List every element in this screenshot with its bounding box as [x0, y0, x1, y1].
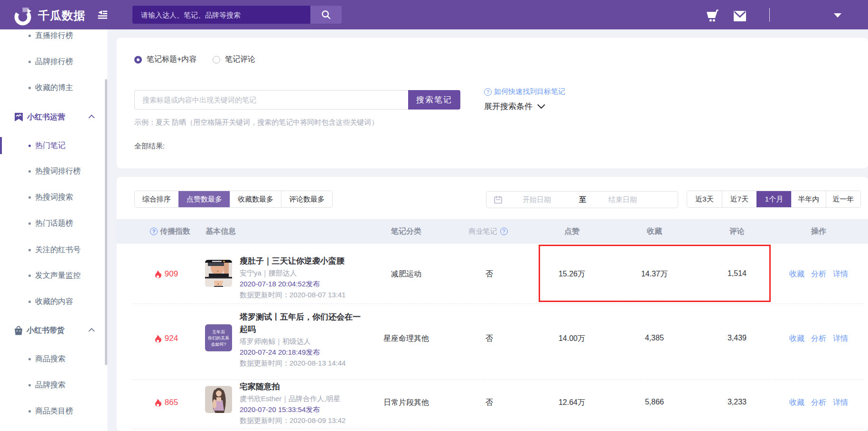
sidebar-item-followed-accounts[interactable]: 关注的红书号 [0, 240, 107, 259]
col-commercial: 商业笔记 ? [463, 219, 515, 244]
note-author[interactable]: 虞书欣Esther｜品牌合作人,明星 [240, 394, 368, 403]
user-menu-caret-icon[interactable] [834, 13, 841, 18]
sidebar-item-favorite-bloggers[interactable]: 收藏的博主 [0, 78, 107, 97]
chevron-up-icon [88, 114, 95, 119]
shopping-bag-icon [14, 326, 23, 335]
sidebar-item-hot-topics[interactable]: 热门话题榜 [0, 214, 107, 233]
top-header: 千瓜数据 [0, 0, 868, 29]
note-commercial: 否 [463, 334, 515, 344]
sidebar-item-favorite-content[interactable]: 收藏的内容 [0, 292, 107, 311]
date-separator: 至 [579, 195, 586, 204]
spread-index: 865 [145, 398, 188, 407]
sidebar-item-product-category-ranking[interactable]: 商品类目榜 [0, 402, 107, 421]
question-circle-icon[interactable]: ? [500, 228, 508, 235]
spread-index: 924 [145, 334, 188, 343]
radio-note-title-content[interactable] [134, 56, 142, 64]
help-link[interactable]: ? 如何快速找到目标笔记 [484, 87, 565, 96]
bullet-icon [28, 196, 31, 199]
note-published: 2020-07-24 20:18:49发布 [240, 348, 368, 357]
col-basic-info: 基本信息 [205, 219, 236, 244]
action-analyze[interactable]: 分析 [811, 398, 826, 408]
mail-icon[interactable] [734, 11, 746, 21]
action-analyze[interactable]: 分析 [811, 269, 826, 279]
time-tab-7days[interactable]: 近7天 [722, 191, 756, 207]
chart-bookmark-icon [14, 112, 23, 122]
action-collect[interactable]: 收藏 [789, 398, 804, 408]
note-thumbnail[interactable] [205, 260, 232, 287]
end-date-input[interactable]: 结束日期 [608, 195, 637, 204]
brand-title: 千瓜数据 [38, 8, 85, 23]
svg-text:五年后: 五年后 [212, 330, 225, 334]
keyword-search-input[interactable] [134, 90, 408, 110]
action-detail[interactable]: 详情 [833, 334, 848, 344]
bullet-icon [28, 275, 31, 277]
expand-search-conditions[interactable]: 展开搜索条件 [484, 101, 545, 112]
sort-tab-most-collects[interactable]: 收藏数最多 [230, 191, 281, 207]
question-circle-icon[interactable]: ? [150, 228, 158, 235]
note-author[interactable]: 安宁ya｜腰部达人 [240, 269, 368, 278]
sidebar-item-hot-words-ranking[interactable]: 热搜词排行榜 [0, 162, 107, 181]
sort-tab-most-comments[interactable]: 评论数最多 [281, 191, 332, 207]
note-title[interactable]: 瘦肚子｜三天让你逆袭小蛮腰 [240, 255, 368, 267]
action-analyze[interactable]: 分析 [811, 334, 826, 344]
spread-index: 909 [145, 269, 188, 279]
note-thumbnail[interactable] [205, 386, 232, 413]
action-detail[interactable]: 详情 [833, 398, 848, 408]
col-comments: 评论 [699, 219, 775, 244]
sort-tabs: 综合排序 点赞数最多 收藏数最多 评论数最多 [134, 191, 333, 208]
header-divider [769, 8, 770, 22]
bullet-icon [28, 358, 31, 360]
note-thumbnail[interactable]: 五年后 你们的关系 会如何? [205, 324, 232, 351]
global-search-button[interactable] [310, 6, 342, 24]
sidebar-scrollbar[interactable] [105, 79, 107, 365]
sort-tab-comprehensive[interactable]: 综合排序 [135, 191, 178, 207]
note-updated: 数据更新时间：2020-08-13 14:44 [240, 359, 368, 368]
bullet-icon [28, 222, 31, 225]
brand[interactable]: 千瓜数据 [13, 6, 85, 26]
note-author[interactable]: 塔罗师南鲸｜初级达人 [240, 337, 368, 346]
bullet-icon [28, 87, 31, 89]
sort-tab-most-likes[interactable]: 点赞数最多 [178, 191, 230, 207]
time-tab-1year[interactable]: 近一年 [826, 191, 860, 207]
sidebar-item-post-volume-monitor[interactable]: 发文声量监控 [0, 266, 107, 285]
action-collect[interactable]: 收藏 [789, 334, 804, 344]
start-date-input[interactable]: 开始日期 [523, 195, 551, 204]
time-tab-3days[interactable]: 近3天 [687, 191, 722, 207]
cart-icon[interactable] [706, 9, 720, 22]
note-title[interactable]: 塔罗测试丨五年后，你们还会在一起吗 [240, 311, 368, 336]
row-separator [132, 429, 864, 429]
row-actions: 收藏 分析 详情 [781, 334, 857, 344]
action-detail[interactable]: 详情 [833, 269, 848, 279]
sidebar-item-brand-search[interactable]: 品牌搜索 [0, 376, 107, 394]
sidebar-item-product-search[interactable]: 商品搜索 [0, 349, 107, 368]
global-search-input[interactable] [132, 6, 310, 24]
sidebar-item-brand-ranking[interactable]: 品牌排行榜 [0, 52, 107, 71]
time-filter-tabs: 近3天 近7天 1个月 半年内 近一年 [687, 191, 861, 208]
sidebar-item-hot-words-search[interactable]: 热搜词搜索 [0, 188, 107, 207]
note-comments: 3,233 [699, 398, 775, 406]
sidebar-group-xhs-operation[interactable]: 小红书运营 [0, 108, 107, 127]
svg-text:会如何?: 会如何? [211, 342, 226, 347]
sidebar-group-xhs-ecommerce[interactable]: 小红书带货 [0, 321, 107, 340]
menu-fold-icon[interactable] [98, 10, 107, 19]
note-collects: 14.37万 [616, 269, 692, 279]
note-likes: 12.64万 [534, 398, 610, 408]
time-tab-halfyear[interactable]: 半年内 [791, 191, 826, 207]
radio-note-title-content-label[interactable]: 笔记标题+内容 [147, 55, 196, 64]
radio-note-comments-label[interactable]: 笔记评论 [225, 55, 255, 64]
note-category: 日常片段其他 [364, 398, 449, 408]
col-category: 笔记分类 [364, 219, 449, 244]
results-panel: 综合排序 点赞数最多 收藏数最多 评论数最多 开始日期 至 结束日期 近3天 近… [117, 177, 868, 431]
date-range-picker[interactable]: 开始日期 至 结束日期 [486, 191, 678, 208]
note-updated: 数据更新时间：2020-08-09 13:42 [240, 416, 368, 425]
row-actions: 收藏 分析 详情 [781, 398, 857, 408]
time-tab-1month[interactable]: 1个月 [756, 191, 791, 207]
note-title[interactable]: 宅家随意拍 [240, 381, 368, 393]
note-info: 塔罗测试丨五年后，你们还会在一起吗 塔罗师南鲸｜初级达人 2020-07-24 … [240, 311, 368, 368]
bullet-icon [28, 384, 31, 386]
radio-note-comments[interactable] [213, 56, 220, 64]
search-notes-button[interactable]: 搜索笔记 [408, 90, 460, 110]
example-hint: 示例：夏天 防晒（用空格隔开关键词，搜索的笔记中将同时包含这些关键词） [134, 118, 378, 127]
sidebar-item-hot-notes[interactable]: 热门笔记 [0, 136, 107, 155]
action-collect[interactable]: 收藏 [789, 269, 804, 279]
